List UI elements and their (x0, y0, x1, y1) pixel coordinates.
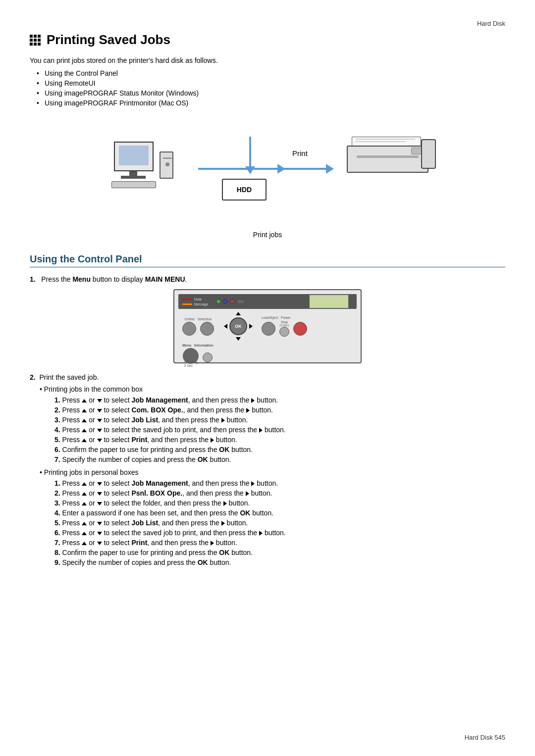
arrow-right-lower (267, 164, 334, 174)
personal-step-7: 7. Press or to select Print, and then pr… (54, 539, 505, 547)
personal-box-steps: 1. Press or to select Job Management, an… (54, 479, 505, 566)
computer-illustration (114, 142, 178, 196)
step-1-text: 1. Press the Menu button to display MAIN… (30, 275, 505, 283)
personal-step-5: 5. Press or to select Job List, and then… (54, 519, 505, 527)
personal-step-1: 1. Press or to select Job Management, an… (54, 479, 505, 487)
arrow-down (245, 137, 255, 174)
list-item: Using imagePROGRAF Status Monitor (Windo… (45, 89, 505, 97)
ok-button[interactable]: OK (229, 317, 247, 335)
common-step-5: 5. Press or to select Print, and then pr… (54, 436, 505, 444)
personal-box-section: • Printing jobs in personal boxes 1. Pre… (40, 468, 505, 566)
footer-page-number: Hard Disk 545 (465, 734, 505, 741)
diagram-inner: HDD Print (99, 122, 436, 221)
intro-text: You can print jobs stored on the printer… (30, 56, 505, 64)
personal-step-2: 2. Press or to select Psnl. BOX Ope., an… (54, 489, 505, 497)
common-step-6: 6. Confirm the paper to use for printing… (54, 446, 505, 454)
grid-icon (30, 35, 41, 46)
common-box-header: • Printing jobs in the common box (40, 385, 505, 393)
personal-step-3: 3. Press or to select the folder, and th… (54, 499, 505, 507)
printer-illustration (347, 137, 431, 181)
common-step-4: 4. Press or to select the saved job to p… (54, 426, 505, 434)
header-label: Hard Disk (30, 20, 505, 27)
common-box-steps: 1. Press or to select Job Management, an… (54, 396, 505, 463)
section-heading-control-panel: Using the Control Panel (30, 253, 505, 267)
print-jobs-label: Print jobs (30, 231, 505, 239)
list-item: Using imagePROGRAF Printmonitor (Mac OS) (45, 99, 505, 107)
bullet-list: Using the Control Panel Using RemoteUI U… (45, 69, 505, 107)
page-title: Printing Saved Jobs (30, 32, 505, 48)
common-box-section: • Printing jobs in the common box 1. Pre… (40, 385, 505, 463)
common-step-1: 1. Press or to select Job Management, an… (54, 396, 505, 404)
list-item: Using RemoteUI (45, 79, 505, 87)
cp-box: Data Message Online (173, 289, 362, 363)
list-item: Using the Control Panel (45, 69, 505, 77)
step-2-block: 2. Print the saved job. • Printing jobs … (30, 373, 505, 566)
personal-step-8: 8. Confirm the paper to use for printing… (54, 549, 505, 556)
step-1-block: 1. Press the Menu button to display MAIN… (30, 275, 505, 363)
personal-step-9: 9. Specify the number of copies and pres… (54, 558, 505, 566)
diagram-area: HDD Print (30, 117, 505, 226)
common-step-7: 7. Specify the number of copies and pres… (54, 455, 505, 463)
step-2-text: 2. Print the saved job. (30, 373, 505, 381)
print-label: Print (292, 149, 308, 157)
hdd-box: HDD (222, 179, 267, 201)
common-step-3: 3. Press or to select Job List, and then… (54, 416, 505, 424)
personal-box-header: • Printing jobs in personal boxes (40, 468, 505, 476)
control-panel-image: Data Message Online (30, 289, 505, 363)
common-step-2: 2. Press or to select Com. BOX Ope., and… (54, 406, 505, 414)
personal-step-6: 6. Press or to select the saved job to p… (54, 529, 505, 537)
personal-step-4: 4. Enter a password if one has been set,… (54, 509, 505, 517)
